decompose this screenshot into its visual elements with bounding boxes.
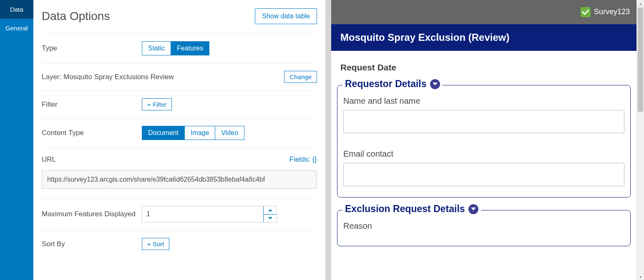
add-sort-button[interactable]: + Sort — [142, 238, 169, 250]
type-segmented: Static Features — [142, 41, 209, 55]
url-label: URL — [42, 155, 56, 164]
requestor-details-group: Requestor Details Name and last name Ema… — [337, 85, 631, 198]
max-features-input[interactable] — [142, 206, 263, 222]
name-label: Name and last name — [343, 96, 624, 106]
content-type-segmented: Document Image Video — [142, 126, 244, 140]
config-title: Data Options — [42, 10, 110, 23]
rail-tab-general[interactable]: General — [0, 19, 33, 38]
scroll-up-icon[interactable]: ▴ — [637, 0, 644, 7]
survey-title: Mosquito Spray Exclusion (Review) — [331, 24, 636, 51]
scroll-down-icon[interactable]: ▾ — [637, 273, 644, 280]
max-features-stepper — [142, 206, 277, 222]
type-label: Type — [42, 44, 142, 52]
preview-panel: Survey123 Mosquito Spray Exclusion (Revi… — [325, 0, 644, 280]
max-features-label: Maximum Features Displayed — [42, 210, 142, 218]
rail-tab-data[interactable]: Data — [0, 0, 33, 19]
chevron-down-icon — [433, 82, 438, 85]
request-date-label: Request Date — [340, 62, 627, 72]
sidebar-rail: Data General — [0, 0, 33, 280]
requestor-details-legend: Requestor Details — [345, 78, 427, 90]
collapse-toggle[interactable] — [430, 79, 440, 89]
collapse-toggle[interactable] — [468, 204, 478, 214]
change-layer-button[interactable]: Change — [284, 71, 317, 83]
filter-label: Filter — [42, 100, 142, 109]
exclusion-request-group: Exclusion Request Details Reason — [337, 210, 631, 246]
fields-link[interactable]: Fields: {} — [289, 155, 317, 164]
email-label: Email contact — [343, 149, 624, 159]
url-input[interactable] — [42, 170, 317, 189]
step-down-button[interactable] — [264, 215, 277, 222]
email-input[interactable] — [343, 163, 624, 186]
chevron-down-icon — [268, 217, 272, 219]
chevron-up-icon — [268, 209, 272, 211]
sort-by-label: Sort By — [42, 240, 142, 248]
content-video-button[interactable]: Video — [215, 126, 244, 140]
config-panel: Data Options Show data table Type Static… — [33, 0, 325, 280]
add-filter-button[interactable]: + Filter — [142, 98, 172, 110]
preview-scrollbar[interactable]: ▴ ▾ — [636, 0, 644, 280]
survey123-label: Survey123 — [594, 8, 630, 16]
show-data-table-button[interactable]: Show data table — [255, 8, 317, 24]
type-features-button[interactable]: Features — [171, 41, 209, 55]
chevron-down-icon — [471, 208, 476, 210]
layer-label: Layer: Mosquito Spray Exclusions Review — [42, 73, 284, 81]
content-document-button[interactable]: Document — [142, 126, 185, 140]
step-up-button[interactable] — [264, 206, 277, 215]
type-static-button[interactable]: Static — [142, 41, 171, 55]
survey123-icon — [581, 7, 591, 17]
scroll-thumb[interactable] — [638, 8, 643, 112]
preview-topbar: Survey123 — [331, 0, 636, 24]
survey-body: Mosquito Spray Exclusion (Review) Reques… — [331, 24, 636, 280]
content-type-label: Content Type — [42, 129, 142, 137]
content-image-button[interactable]: Image — [184, 126, 215, 140]
exclusion-request-legend: Exclusion Request Details — [345, 203, 465, 215]
reason-label: Reason — [343, 221, 624, 231]
name-input[interactable] — [343, 110, 624, 133]
